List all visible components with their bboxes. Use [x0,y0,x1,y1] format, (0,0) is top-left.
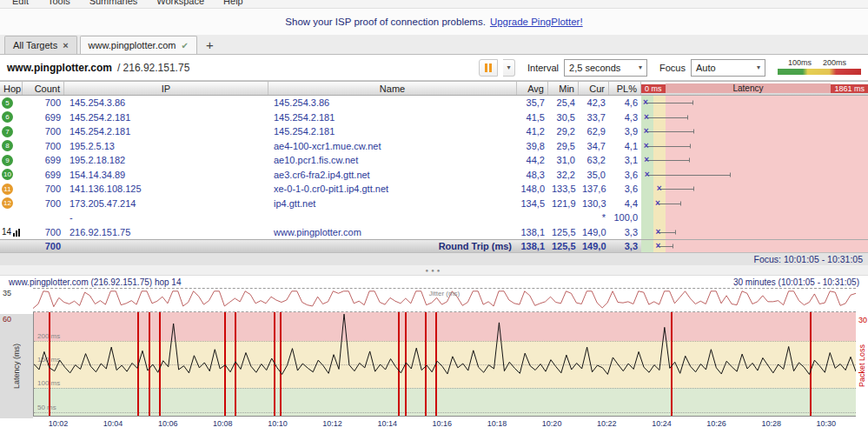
avg-cell: 148,0 [517,184,548,194]
latency-marker: × [643,98,648,107]
name-cell: ae4-100-xcr1.mue.cw.net [268,141,517,151]
col-count[interactable]: Count [23,82,64,95]
ip-cell: 173.205.47.214 [64,198,268,209]
x-tick-label: 10:20 [542,419,562,428]
avg-cell: 44,2 [517,155,548,165]
table-row-hop-8[interactable]: 8700195.2.5.13ae4-100-xcr1.mue.cw.net39,… [0,139,868,154]
col-pl[interactable]: PL% [609,82,641,95]
hop-cell: 11 [0,184,23,195]
packet-loss-cell: 4,3 [609,112,641,123]
focus-select[interactable]: Auto ▾ [691,59,765,77]
x-tick-label: 10:30 [817,419,837,428]
col-avg[interactable]: Avg [517,82,548,95]
col-hop[interactable]: Hop [0,82,23,95]
table-row-hop-10[interactable]: 10699154.14.34.89ae3.cr6-fra2.ip4.gtt.ne… [0,168,868,183]
min-cell: 29,5 [548,141,579,151]
new-tab-button[interactable]: + [200,37,220,54]
table-row-hop-11[interactable]: 11700141.136.108.125xe-0-1-0.cr0-pit1.ip… [0,182,868,197]
packet-loss-cell: 100,0 [609,212,641,223]
packet-loss-cell: 4,4 [609,198,641,209]
whisker-end-tick [673,244,673,249]
table-row-hop-6[interactable]: 6699145.254.2.181145.254.2.18141,530,533… [0,110,868,125]
x-tick-label: 10:02 [49,419,69,428]
whisker-end-tick [689,158,690,163]
menu-item-edit[interactable]: Edit [12,0,29,3]
avg-cell: 39,8 [517,141,548,151]
interval-value: 2,5 seconds [569,63,620,73]
latency-whisker [646,103,692,103]
tab-pingplotter[interactable]: www.pingplotter.com ✔ [80,36,197,54]
avg-cell: 35,7 [517,97,548,108]
packet-loss-cell: 3,3 [609,227,641,237]
ip-cell: 195.2.5.13 [64,141,268,151]
interval-select[interactable]: 2,5 seconds ▾ [564,59,647,77]
menu-item-tools[interactable]: Tools [48,0,70,3]
count-cell: 699 [23,170,64,180]
latency-whisker [646,160,688,161]
latency-marker: × [644,127,649,136]
avg-cell: 41,5 [517,112,548,123]
col-ip[interactable]: IP [64,82,268,95]
hop-cell: 10 [0,169,23,180]
packet-loss-cell: 3,9 [609,126,641,137]
x-tick-label: 10:28 [761,419,781,428]
table-row-hop-7[interactable]: 7700145.254.2.181145.254.2.18141,229,262… [0,124,868,139]
min-cell: 29,2 [548,126,579,137]
latency-color-legend: 100ms 200ms [778,58,861,77]
table-row-hop-13[interactable]: -*100,0 [0,210,868,225]
count-cell: 699 [23,155,64,165]
hop-cell: 6 [0,111,23,123]
menu-item-help[interactable]: Help [223,0,243,3]
tab-label: All Targets [13,40,57,50]
legend-gradient-bar [778,69,861,75]
cur-cell: 149,0 [579,241,609,251]
close-icon[interactable]: × [63,40,68,50]
menu-item-summaries[interactable]: Summaries [89,0,138,3]
splitter-handle[interactable]: ●●● [0,265,868,275]
upgrade-link[interactable]: Upgrade PingPlotter! [490,17,583,27]
table-row-hop-5[interactable]: 5700145.254.3.86145.254.3.8635,725,442,3… [0,96,868,110]
latency-cell: × [641,197,868,211]
focus-label: Focus [659,63,686,73]
latency-whisker [647,175,731,176]
menu-item-workspace[interactable]: Workspace [156,0,204,3]
col-cur[interactable]: Cur [579,82,609,95]
jitter-axis-max: 35 [3,289,11,297]
latency-marker: × [655,199,660,208]
latency-whisker [646,131,694,132]
packet-loss-axis-label: Packet Loss [858,344,866,387]
table-row-hop-14[interactable]: 14700216.92.151.75www.pingplotter.com138… [0,225,868,240]
latency-timeline-graph[interactable]: 200 ms150 ms100 ms50 ms [33,312,856,417]
ip-cell: 195.2.18.182 [64,155,268,165]
table-row-hop-12[interactable]: 12700173.205.47.214ip4.gtt.net134,5121,9… [0,197,868,211]
cur-cell: 42,3 [579,97,609,108]
hop-cell: 14 [0,227,23,237]
ip-cell: 145.254.2.181 [64,126,268,137]
hop-badge: 11 [2,184,13,195]
col-min[interactable]: Min [548,82,579,95]
latency-whisker [646,146,691,147]
pause-button[interactable] [479,59,498,77]
table-row-hop-9[interactable]: 9699195.2.18.182ae10.pcr1.fis.cw.net44,2… [0,153,868,168]
x-tick-label: 10:04 [103,419,123,428]
ip-cell: 145.254.3.86 [64,97,268,108]
ip-cell: 154.14.34.89 [64,170,268,180]
name-cell: ip4.gtt.net [268,198,517,209]
pause-dropdown-button[interactable]: ▾ [503,59,515,77]
latency-marker: × [644,156,649,164]
latency-cell: × [641,240,868,252]
latency-axis-label: Latency (ms) [12,344,21,389]
cur-cell: 62,9 [579,126,609,137]
name-cell: 145.254.2.181 [268,126,517,137]
check-icon: ✔ [181,41,188,50]
latency-whisker [658,204,680,204]
avg-cell: 41,2 [517,126,548,137]
hop-badge: 7 [2,126,13,137]
latency-cell: × [641,182,868,197]
menu-bar: EditToolsSummariesWorkspaceHelp [0,0,868,9]
name-cell: www.pingplotter.com [268,227,517,237]
min-cell: 125,5 [548,241,579,251]
cur-cell: 33,7 [579,112,609,123]
col-name[interactable]: Name [268,82,517,95]
tab-all-targets[interactable]: All Targets × [4,36,77,54]
